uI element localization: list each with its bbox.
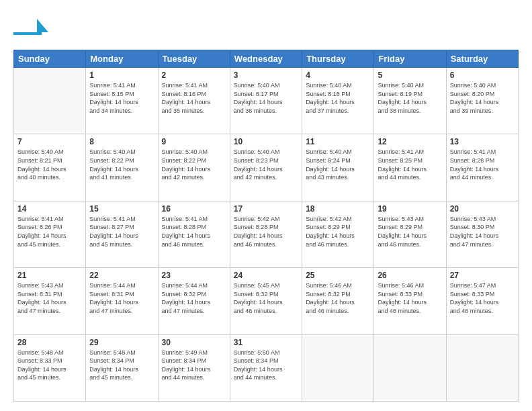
day-info-line: and 34 minutes. bbox=[89, 107, 154, 116]
calendar-week-row: 14Sunrise: 5:41 AMSunset: 8:26 PMDayligh… bbox=[14, 201, 519, 267]
day-info-line: Daylight: 14 hours bbox=[17, 232, 82, 240]
day-info-line: and 36 minutes. bbox=[234, 107, 298, 116]
day-info-line: Sunrise: 5:41 AM bbox=[89, 81, 154, 90]
day-info-line: Sunrise: 5:40 AM bbox=[450, 81, 515, 90]
calendar-cell: 29Sunrise: 5:48 AMSunset: 8:34 PMDayligh… bbox=[86, 334, 158, 401]
calendar-cell: 17Sunrise: 5:42 AMSunset: 8:28 PMDayligh… bbox=[230, 201, 302, 267]
header bbox=[13, 12, 519, 43]
day-info-line: Sunrise: 5:40 AM bbox=[89, 148, 154, 156]
day-number: 11 bbox=[306, 137, 370, 146]
day-header-friday: Friday bbox=[374, 50, 446, 68]
day-info-line: Sunset: 8:31 PM bbox=[17, 290, 82, 299]
day-number: 21 bbox=[17, 271, 82, 280]
calendar-week-row: 1Sunrise: 5:41 AMSunset: 8:15 PMDaylight… bbox=[14, 68, 519, 134]
logo-icon bbox=[13, 12, 48, 40]
day-number: 12 bbox=[378, 137, 442, 146]
day-info-line: Daylight: 14 hours bbox=[306, 98, 370, 107]
day-number: 16 bbox=[162, 204, 226, 214]
day-info-line: Sunset: 8:32 PM bbox=[234, 290, 298, 299]
day-info-line: and 43 minutes. bbox=[306, 173, 370, 182]
day-info-line: Sunrise: 5:43 AM bbox=[17, 281, 82, 290]
day-info-line: Daylight: 14 hours bbox=[89, 365, 154, 374]
day-info-line: and 42 minutes. bbox=[162, 173, 226, 182]
day-info-line: and 45 minutes. bbox=[89, 240, 154, 249]
day-info-line: Daylight: 14 hours bbox=[89, 165, 154, 174]
day-info-line: Sunset: 8:33 PM bbox=[378, 290, 442, 299]
day-number: 5 bbox=[378, 71, 442, 80]
day-info-line: Sunrise: 5:44 AM bbox=[89, 281, 154, 290]
day-info-line: Daylight: 14 hours bbox=[162, 165, 226, 174]
day-info-line: Daylight: 14 hours bbox=[162, 98, 226, 107]
day-info-line: Sunrise: 5:41 AM bbox=[89, 215, 154, 224]
day-info-line: Daylight: 14 hours bbox=[17, 365, 82, 374]
calendar-cell: 15Sunrise: 5:41 AMSunset: 8:27 PMDayligh… bbox=[86, 201, 158, 267]
day-info-line: and 46 minutes. bbox=[450, 307, 515, 316]
calendar-cell: 28Sunrise: 5:48 AMSunset: 8:33 PMDayligh… bbox=[14, 334, 86, 401]
day-info-line: Daylight: 14 hours bbox=[378, 165, 442, 174]
day-info-line: Sunset: 8:29 PM bbox=[378, 223, 442, 232]
day-info-line: Sunset: 8:17 PM bbox=[234, 90, 298, 99]
day-number: 1 bbox=[89, 71, 154, 80]
day-info-line: Sunrise: 5:40 AM bbox=[378, 81, 442, 90]
day-info-line: and 47 minutes. bbox=[89, 307, 154, 316]
day-header-sunday: Sunday bbox=[14, 50, 86, 68]
day-number: 10 bbox=[234, 137, 298, 146]
day-info-line: Sunrise: 5:42 AM bbox=[234, 215, 298, 224]
day-info-line: Daylight: 14 hours bbox=[234, 232, 298, 240]
day-info-line: and 41 minutes. bbox=[89, 173, 154, 182]
calendar-cell: 3Sunrise: 5:40 AMSunset: 8:17 PMDaylight… bbox=[230, 68, 302, 134]
day-header-wednesday: Wednesday bbox=[230, 50, 302, 68]
day-info-line: and 44 minutes. bbox=[378, 173, 442, 182]
day-info-line: Sunset: 8:34 PM bbox=[162, 357, 226, 365]
day-info-line: Daylight: 14 hours bbox=[450, 98, 515, 107]
page: SundayMondayTuesdayWednesdayThursdayFrid… bbox=[0, 0, 532, 411]
day-info-line: Daylight: 14 hours bbox=[234, 365, 298, 374]
day-info-line: Sunset: 8:34 PM bbox=[89, 357, 154, 365]
svg-rect-0 bbox=[13, 32, 42, 35]
calendar-cell: 5Sunrise: 5:40 AMSunset: 8:19 PMDaylight… bbox=[374, 68, 446, 134]
calendar-cell: 24Sunrise: 5:45 AMSunset: 8:32 PMDayligh… bbox=[230, 268, 302, 334]
calendar-cell: 12Sunrise: 5:41 AMSunset: 8:25 PMDayligh… bbox=[374, 134, 446, 201]
calendar-cell: 16Sunrise: 5:41 AMSunset: 8:28 PMDayligh… bbox=[158, 201, 230, 267]
day-info-line: Daylight: 14 hours bbox=[89, 98, 154, 107]
day-info-line: Sunset: 8:28 PM bbox=[162, 223, 226, 232]
calendar-cell: 13Sunrise: 5:41 AMSunset: 8:26 PMDayligh… bbox=[446, 134, 518, 201]
day-info-line: Sunrise: 5:40 AM bbox=[306, 148, 370, 156]
day-info-line: and 46 minutes. bbox=[306, 240, 370, 249]
day-number: 22 bbox=[89, 271, 154, 280]
day-number: 13 bbox=[450, 137, 515, 146]
day-info-line: and 35 minutes. bbox=[162, 107, 226, 116]
day-info-line: Sunset: 8:27 PM bbox=[89, 223, 154, 232]
calendar-week-row: 21Sunrise: 5:43 AMSunset: 8:31 PMDayligh… bbox=[14, 268, 519, 334]
day-number: 7 bbox=[17, 137, 82, 146]
day-info-line: Sunrise: 5:48 AM bbox=[89, 349, 154, 357]
day-info-line: Sunset: 8:23 PM bbox=[234, 156, 298, 165]
calendar-cell: 18Sunrise: 5:42 AMSunset: 8:29 PMDayligh… bbox=[302, 201, 374, 267]
day-info-line: Daylight: 14 hours bbox=[162, 232, 226, 240]
day-header-thursday: Thursday bbox=[302, 50, 374, 68]
calendar-cell: 26Sunrise: 5:46 AMSunset: 8:33 PMDayligh… bbox=[374, 268, 446, 334]
day-info-line: Sunrise: 5:41 AM bbox=[378, 148, 442, 156]
calendar-cell: 2Sunrise: 5:41 AMSunset: 8:16 PMDaylight… bbox=[158, 68, 230, 134]
logo bbox=[13, 12, 50, 43]
day-info-line: Sunset: 8:33 PM bbox=[17, 357, 82, 365]
day-header-monday: Monday bbox=[86, 50, 158, 68]
day-number: 30 bbox=[162, 338, 226, 347]
svg-marker-1 bbox=[37, 19, 48, 32]
day-info-line: Sunrise: 5:41 AM bbox=[162, 81, 226, 90]
calendar-cell: 1Sunrise: 5:41 AMSunset: 8:15 PMDaylight… bbox=[86, 68, 158, 134]
day-number: 15 bbox=[89, 204, 154, 214]
day-info-line: Daylight: 14 hours bbox=[234, 165, 298, 174]
day-number: 23 bbox=[162, 271, 226, 280]
day-info-line: Sunset: 8:26 PM bbox=[450, 156, 515, 165]
day-info-line: Daylight: 14 hours bbox=[378, 98, 442, 107]
calendar-cell: 8Sunrise: 5:40 AMSunset: 8:22 PMDaylight… bbox=[86, 134, 158, 201]
day-number: 4 bbox=[306, 71, 370, 80]
calendar-cell: 7Sunrise: 5:40 AMSunset: 8:21 PMDaylight… bbox=[14, 134, 86, 201]
calendar-cell: 20Sunrise: 5:43 AMSunset: 8:30 PMDayligh… bbox=[446, 201, 518, 267]
calendar-cell: 4Sunrise: 5:40 AMSunset: 8:18 PMDaylight… bbox=[302, 68, 374, 134]
calendar-cell: 19Sunrise: 5:43 AMSunset: 8:29 PMDayligh… bbox=[374, 201, 446, 267]
calendar-cell: 25Sunrise: 5:46 AMSunset: 8:32 PMDayligh… bbox=[302, 268, 374, 334]
day-info-line: Daylight: 14 hours bbox=[450, 232, 515, 240]
day-info-line: Sunset: 8:15 PM bbox=[89, 90, 154, 99]
